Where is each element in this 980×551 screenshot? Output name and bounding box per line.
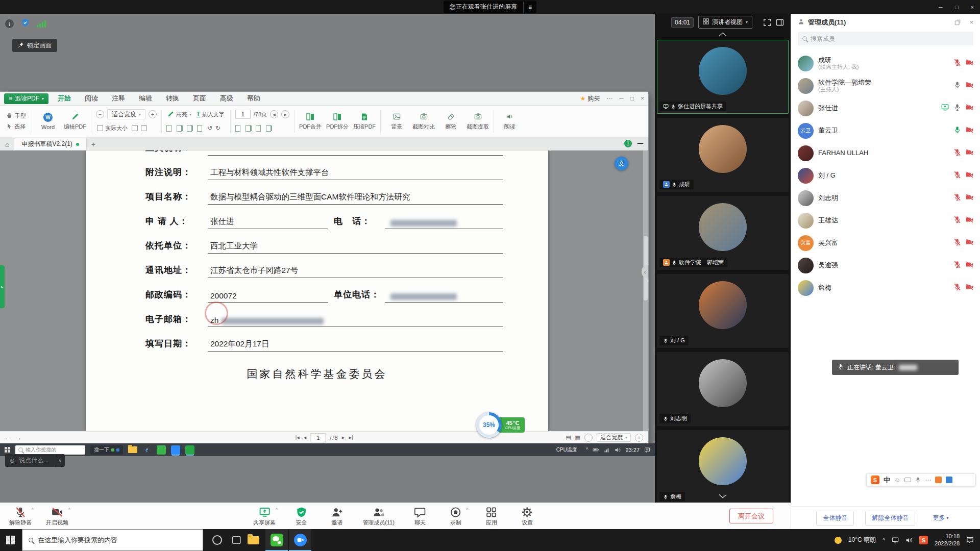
mic-status-icon[interactable] [953, 171, 961, 181]
chevron-up-icon[interactable] [655, 31, 791, 38]
mic-status-icon[interactable] [953, 216, 961, 226]
member-row[interactable]: 刘志明 [791, 187, 980, 209]
browser-icon[interactable]: e [142, 445, 152, 455]
camera-status-icon[interactable] [966, 261, 973, 270]
mute-all-button[interactable]: 全体静音 [816, 511, 854, 525]
actual-size-button[interactable]: 实际大小 [96, 124, 129, 133]
sogou-icon[interactable]: S [871, 475, 879, 484]
voice-input-icon[interactable] [915, 477, 921, 483]
fit-view-icon[interactable]: ▦ [575, 434, 580, 441]
volume-icon[interactable] [615, 447, 621, 453]
layout-option-icon[interactable] [266, 125, 271, 132]
pdf-maximize-button[interactable]: □ [630, 95, 634, 102]
erase-button[interactable]: 擦除 [439, 112, 462, 131]
weather-text[interactable]: 10°C 晴朗 [848, 536, 876, 544]
camera-status-icon[interactable] [966, 148, 973, 158]
insert-text-tool[interactable]: T插入文字 [195, 110, 226, 119]
network-icon[interactable] [892, 537, 899, 544]
prev-view-icon[interactable]: ← [5, 435, 11, 441]
pdf-compress-button[interactable]: 压缩PDF [353, 112, 376, 131]
emoji-icon[interactable]: ☺ [5, 457, 19, 464]
windows-start-button[interactable] [6, 536, 15, 544]
select-tool[interactable]: 选择 [5, 122, 27, 131]
member-row[interactable]: 张仕进 [791, 97, 980, 119]
pdf-split-button[interactable]: PDF拆分 [326, 112, 349, 131]
pdf-menu-item[interactable]: 注释 [112, 94, 125, 103]
more-tools-icon[interactable]: ⋯ [925, 477, 931, 484]
sidebar-collapse-handle[interactable]: ‹ [642, 265, 648, 279]
layout-option-icon[interactable] [256, 125, 261, 132]
mic-status-icon[interactable] [953, 104, 961, 113]
camera-status-icon[interactable] [966, 283, 973, 293]
read-aloud-button[interactable]: 朗读 [499, 112, 521, 131]
taskbar-clock[interactable]: 10:18 2022/2/28 [935, 533, 960, 547]
pdf-menu-item[interactable]: 页面 [193, 94, 206, 103]
toolbar-video-button[interactable]: ^开启视频 [46, 507, 68, 527]
vertical-scrollbar[interactable] [643, 151, 648, 431]
pdf-more-icon[interactable]: ⋯ [606, 95, 612, 102]
zoom-level-dropdown[interactable]: 适合宽度▾ [597, 433, 631, 442]
mic-status-icon[interactable] [953, 59, 961, 68]
facing-page-icon[interactable] [187, 125, 192, 132]
screenshot-extract-button[interactable]: 截图提取 [467, 112, 489, 131]
pdf-side-tab[interactable]: ▸ [0, 265, 5, 308]
minimize-button[interactable]: ─ [939, 4, 943, 10]
menu-icon[interactable]: ≡ [523, 2, 536, 13]
pdf-menu-item[interactable]: 编辑 [139, 94, 152, 103]
device-caret-icon[interactable]: ^ [466, 507, 468, 512]
zoom-level-dropdown[interactable]: 适合宽度▾ [107, 109, 145, 119]
file-explorer-icon[interactable] [242, 529, 264, 551]
buy-button[interactable]: ★ 购买 [580, 94, 600, 103]
video-tile[interactable]: 成研 [657, 118, 789, 192]
page-number-input[interactable] [235, 110, 251, 119]
mic-status-icon[interactable] [953, 148, 961, 158]
notification-icon[interactable] [966, 536, 974, 544]
single-page-icon[interactable]: ▤ [566, 434, 571, 441]
notification-icon[interactable] [644, 447, 650, 453]
toolbar-members-button[interactable]: 管理成员(11) [362, 507, 395, 527]
pdf-app-logo[interactable]: ≡ 迅读PDF ▾ [4, 93, 48, 104]
taskbar-search-input[interactable] [38, 536, 197, 544]
member-row[interactable]: 云卫董云卫 [791, 119, 980, 142]
chat-input-pill[interactable]: ☺ 说点什么... ∨ [5, 454, 65, 467]
next-view-icon[interactable]: → [16, 435, 21, 441]
emoji-icon[interactable]: ☺ [894, 477, 900, 484]
single-page-icon[interactable] [166, 125, 172, 132]
convert-word-button[interactable]: W Word [37, 113, 59, 130]
edit-pdf-button[interactable]: 编辑PDF [64, 112, 86, 131]
zoom-in-button[interactable]: + [635, 434, 643, 442]
meeting-info-icon[interactable]: i [5, 19, 14, 28]
pdf-close-button[interactable]: × [641, 95, 644, 102]
screenshot-compare-button[interactable]: 截图对比 [412, 112, 435, 131]
first-page-button[interactable]: |◂ [295, 434, 299, 441]
device-caret-icon[interactable]: ^ [32, 507, 34, 512]
pop-out-icon[interactable] [954, 19, 961, 26]
volume-icon[interactable] [905, 537, 913, 544]
quick-search-widget[interactable]: 搜一下 [90, 445, 123, 455]
device-caret-icon[interactable]: ^ [276, 507, 278, 512]
status-page-input[interactable] [310, 433, 326, 442]
camera-status-icon[interactable] [966, 193, 973, 203]
video-tile[interactable]: 软件学院—郭培荣 [657, 196, 789, 270]
toolbar-settings-button[interactable]: 设置 [517, 507, 537, 527]
next-page-button[interactable]: ▸ [342, 434, 345, 441]
toolbar-share-button[interactable]: ^共享屏幕 [253, 507, 276, 527]
toolbar-security-button[interactable]: 安全 [291, 507, 311, 527]
camera-status-icon[interactable] [966, 216, 973, 226]
mic-status-icon[interactable] [953, 193, 961, 203]
highlight-tool[interactable]: 高亮▾ [166, 110, 192, 119]
docs-app-icon[interactable] [185, 445, 194, 455]
fullscreen-icon[interactable] [763, 18, 771, 27]
toolbox-icon[interactable] [946, 477, 952, 483]
rotate-left-icon[interactable]: ↺ [207, 124, 212, 132]
prev-page-button[interactable]: ◂ [304, 434, 307, 441]
new-tab-button[interactable]: + [91, 140, 95, 150]
camera-status-icon[interactable] [966, 81, 973, 91]
member-row[interactable]: 兴富吴兴富 [791, 232, 980, 254]
camera-status-icon[interactable] [966, 238, 973, 248]
shared-clock[interactable]: 23:27 [625, 447, 640, 453]
meeting-app-icon[interactable] [289, 529, 311, 551]
pdf-menu-item[interactable]: 开始 [58, 94, 71, 103]
camera-status-icon[interactable] [966, 171, 973, 181]
member-row[interactable]: 刘 / G [791, 164, 980, 187]
